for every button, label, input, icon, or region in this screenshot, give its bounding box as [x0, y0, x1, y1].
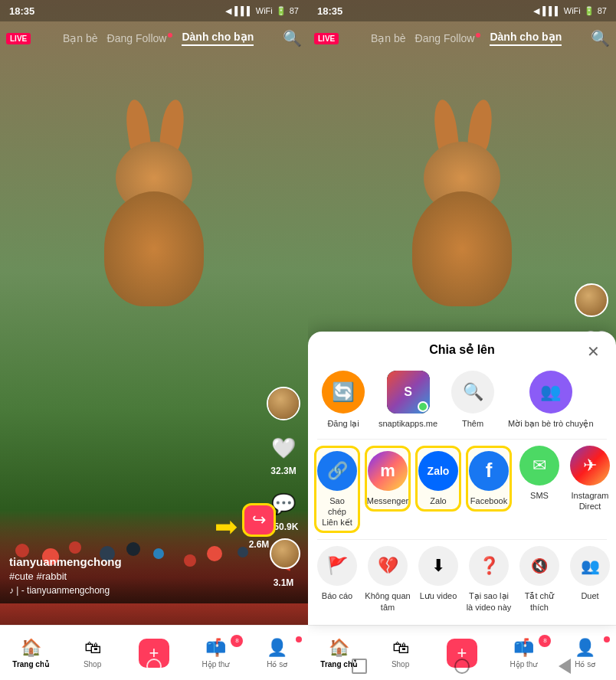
system-buttons-left	[0, 655, 308, 677]
duet-icon: 👥	[570, 546, 610, 586]
status-icons-right: ◀ ▌▌▌ WiFi 🔋 87	[533, 6, 607, 16]
like-count-left: 32.3M	[270, 466, 296, 476]
share-row-2: 🔗 Sao chép Liên kết m Messenger Zalo Zal…	[308, 443, 616, 537]
share-item-snaptik[interactable]: S snaptikapps.me	[378, 371, 437, 429]
back-btn-right[interactable]	[554, 655, 575, 677]
share-item-sms[interactable]: ✉ SMS	[516, 446, 562, 501]
share-item-copy-link[interactable]: 🔗 Sao chép Liên kết	[314, 446, 360, 534]
share-icon-highlighted: ↪	[242, 503, 276, 537]
zalo-label: Zalo	[430, 495, 446, 506]
live-badge-left[interactable]: LIVE	[6, 33, 31, 44]
copy-link-label: Sao chép Liên kết	[319, 495, 355, 528]
share-item-repost[interactable]: 🔄 Đăng lại	[320, 371, 366, 429]
nav-tabs-right: Bạn bè Đang Follow Dành cho bạn	[342, 31, 591, 46]
back-btn-left[interactable]	[246, 655, 267, 677]
tab-foryou-right[interactable]: Dành cho bạn	[490, 31, 562, 46]
facebook-label: Facebook	[470, 495, 507, 506]
share-sheet-header: Chia sẻ lên ✕	[308, 332, 616, 365]
red-dot-left	[168, 33, 172, 38]
share-item-instagram[interactable]: ✈ Instagram Direct	[567, 446, 613, 512]
more-label: Thêm	[462, 418, 483, 429]
location-icon: ◀	[225, 6, 231, 16]
square-btn-left[interactable]	[41, 655, 62, 677]
tab-following-right[interactable]: Đang Follow	[415, 32, 481, 44]
why-video-label: Tại sao lại là video này	[466, 590, 512, 613]
share-item-duet[interactable]: 👥 Duet	[567, 546, 613, 601]
yellow-arrow-icon: ➡	[215, 511, 238, 543]
signal-bars-right: ▌▌▌	[542, 6, 560, 15]
share-item-save-video[interactable]: ⬇ Lưu video	[415, 546, 461, 601]
share-item-invite[interactable]: 👥 Mời bạn bè trò chuyện	[508, 371, 594, 429]
tab-friends-right[interactable]: Bạn bè	[371, 32, 406, 44]
sms-label: SMS	[530, 490, 549, 501]
repost-label: Đăng lại	[327, 418, 359, 429]
not-interested-label: Không quan tâm	[365, 590, 411, 613]
music-info-left[interactable]: ♪ | - tianyuanmengchong	[9, 585, 254, 596]
share-count-left: 2.6M	[249, 539, 270, 550]
inbox-badge-left: 8	[231, 635, 243, 647]
share-sheet: Chia sẻ lên ✕ 🔄 Đăng lại S snaptika	[308, 332, 616, 625]
hashtags-left[interactable]: #cute #rabbit	[9, 570, 254, 582]
facebook-icon: f	[469, 451, 509, 491]
creator-avatar-left[interactable]	[267, 387, 300, 420]
status-time-right: 18:35	[317, 5, 342, 17]
tab-foryou-left[interactable]: Dành cho bạn	[182, 31, 254, 46]
share-item-report[interactable]: 🚩 Báo cáo	[314, 546, 360, 601]
profile-icon-left: 👤	[267, 638, 287, 658]
status-bar-right: 18:35 ◀ ▌▌▌ WiFi 🔋 87	[308, 0, 616, 21]
inbox-icon-left: 📫	[205, 638, 226, 658]
battery-level-right: 87	[598, 6, 607, 15]
creator-avatar-right[interactable]	[575, 283, 608, 317]
not-interested-icon: 💔	[368, 546, 408, 586]
tab-friends-left[interactable]: Bạn bè	[63, 32, 98, 44]
share-item-zalo[interactable]: Zalo Zalo	[415, 446, 461, 512]
share-item-messenger[interactable]: m Messenger	[365, 446, 411, 512]
share-button-highlighted[interactable]: ↪ 2.6M	[242, 503, 276, 550]
shop-icon-right: 🛍	[392, 638, 409, 658]
disable-caption-icon: 🔇	[519, 546, 559, 586]
report-label: Báo cáo	[322, 590, 352, 601]
share-highlight-area: ➡ ↪ 2.6M	[215, 503, 276, 550]
battery-icon: 🔋	[276, 6, 287, 16]
invite-icon: 👥	[529, 371, 572, 414]
share-item-why-video[interactable]: ❓ Tại sao lại là video này	[466, 546, 512, 613]
username-left[interactable]: tianyuanmengchong	[9, 555, 254, 568]
duet-label: Duet	[581, 590, 598, 601]
circle-btn-right[interactable]	[451, 655, 473, 677]
location-icon-right: ◀	[533, 6, 539, 16]
bunny-illustration	[70, 61, 238, 306]
report-icon: 🚩	[317, 546, 357, 586]
live-badge-right[interactable]: LIVE	[314, 33, 339, 44]
like-button-left[interactable]: 🤍 32.3M	[268, 433, 299, 476]
search-icon-right[interactable]: 🔍	[591, 29, 610, 47]
sms-icon: ✉	[519, 446, 559, 485]
repost-icon: 🔄	[322, 371, 365, 414]
tab-following-left[interactable]: Đang Follow	[107, 32, 173, 44]
share-sheet-title: Chia sẻ lên	[429, 342, 495, 357]
battery-icon-right: 🔋	[584, 6, 595, 16]
messenger-icon: m	[368, 451, 408, 491]
profile-icon-right: 👤	[575, 638, 595, 658]
inbox-badge-right: 8	[539, 635, 551, 647]
signal-bars: ▌▌▌	[234, 6, 252, 15]
share-item-facebook[interactable]: f Facebook	[466, 446, 512, 512]
home-icon-left: 🏠	[21, 638, 41, 658]
copy-link-icon: 🔗	[317, 451, 357, 491]
phone-right: 18:35 ◀ ▌▌▌ WiFi 🔋 87 LIVE Bạn bè Đang F…	[308, 0, 616, 680]
share-item-not-interested[interactable]: 💔 Không quan tâm	[365, 546, 411, 613]
snaptik-label: snaptikapps.me	[378, 418, 437, 429]
share-item-more[interactable]: 🔍 Thêm	[450, 371, 496, 429]
home-icon-right: 🏠	[329, 638, 349, 658]
square-btn-right[interactable]	[349, 655, 370, 677]
heart-icon-left: 🤍	[268, 433, 299, 463]
wifi-icon-right: WiFi	[564, 6, 581, 15]
share-sheet-close[interactable]: ✕	[582, 341, 604, 362]
share-row-1: 🔄 Đăng lại S snaptikapps.me 🔍 Th	[308, 365, 616, 435]
nav-tabs-left: Bạn bè Đang Follow Dành cho bạn	[34, 31, 283, 46]
share-item-disable-caption[interactable]: 🔇 Tắt chữ thích	[516, 546, 562, 613]
circle-btn-left[interactable]	[143, 655, 165, 677]
divider-2	[317, 539, 607, 540]
search-icon-left[interactable]: 🔍	[283, 29, 302, 47]
invite-label: Mời bạn bè trò chuyện	[508, 418, 594, 429]
profile-dot-left	[296, 636, 302, 642]
